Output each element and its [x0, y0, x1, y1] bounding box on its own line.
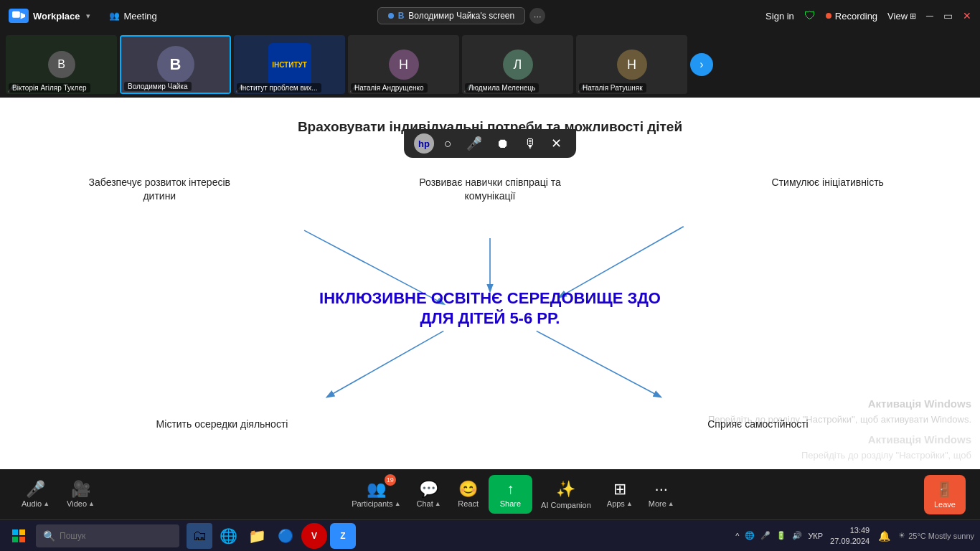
more-button[interactable]: ··· More ▲: [641, 477, 682, 512]
share-icon: ↑: [507, 481, 514, 497]
screen-share-bar: hp ○ 🎤 ⏺ 🎙 ✕: [404, 129, 576, 158]
apps-icon: ⊞: [613, 481, 626, 497]
search-icon: 🔍: [43, 530, 55, 542]
ss-mic-btn[interactable]: 🎤: [462, 134, 486, 153]
svg-line-6: [537, 331, 661, 397]
svg-line-5: [327, 331, 443, 397]
screen-share-tab[interactable]: B Володимир Чайка's screen: [377, 7, 526, 24]
meeting-area: 👥 Meeting: [109, 11, 157, 22]
svg-rect-9: [12, 537, 18, 542]
leave-icon: 🚪: [936, 481, 953, 498]
window-controls: ─ ▭ ✕: [926, 10, 971, 22]
top-bar-left: Workplace ▾ 👥 Meeting: [9, 9, 157, 23]
toolbar-center: 👥 19 Participants ▲ 💬 Chat ▲ 😊 React ↑ S…: [344, 475, 682, 514]
meeting-icon: 👥: [109, 11, 120, 21]
participant-thumb[interactable]: В Володимир Чайка: [120, 35, 231, 94]
tray-expand-arrow[interactable]: ^: [735, 532, 739, 540]
view-button[interactable]: View ⊞: [887, 11, 916, 22]
audio-button[interactable]: 🎤 Audio ▲: [14, 477, 57, 512]
taskbar-app-edge[interactable]: 🌐: [215, 523, 241, 549]
taskbar-app-vpn[interactable]: V: [301, 523, 327, 549]
mic-tray-icon: 🎤: [760, 531, 771, 540]
ss-circle-btn[interactable]: ○: [440, 135, 456, 153]
screen-tab-more-btn[interactable]: ···: [529, 8, 545, 24]
toolbar-left: 🎤 Audio ▲ 🎥 Video ▲: [14, 477, 102, 512]
zoom-logo: Workplace ▾: [9, 9, 90, 23]
participant-strip-next-button[interactable]: ›: [690, 53, 713, 76]
participants-button[interactable]: 👥 19 Participants ▲: [344, 477, 407, 512]
node-top-left: Забезпечує розвиток інтересів дитини: [88, 176, 231, 204]
svg-marker-1: [21, 13, 25, 19]
ai-icon: ✨: [556, 480, 575, 499]
taskbar-app-folder[interactable]: 📁: [244, 523, 270, 549]
screen-tab-initial: B: [398, 11, 405, 21]
participants-dropdown-arrow[interactable]: ▲: [395, 500, 401, 507]
app-dropdown-arrow[interactable]: ▾: [86, 11, 90, 21]
notification-icon: 🔔: [878, 530, 890, 542]
participant-name: Наталія Андрущенко: [351, 83, 428, 93]
node-bottom-right: Сприяє самостійності: [686, 418, 829, 432]
video-icon: 🎥: [71, 481, 90, 497]
taskbar-app-chrome[interactable]: 🔵: [273, 523, 298, 549]
audio-icon: 🎤: [26, 481, 45, 497]
share-button[interactable]: ↑ Share: [489, 475, 532, 514]
notification-button[interactable]: 🔔: [877, 529, 891, 543]
weather-icon: ☀: [898, 531, 905, 540]
taskbar-app-zoom[interactable]: Z: [330, 523, 356, 549]
taskbar: 🔍 🗂 🌐 📁 🔵 V Z ^ 🌐 🎤 🔋 🔊 УКР 13:49 27.09.…: [0, 519, 980, 551]
chat-icon: 💬: [419, 481, 438, 497]
recording-label: Recording: [835, 11, 877, 22]
top-bar: Workplace ▾ 👥 Meeting B Володимир Чайка'…: [0, 0, 980, 32]
participant-name: Вікторія Агіляр Туклер: [9, 83, 90, 93]
audio-dropdown-arrow[interactable]: ▲: [43, 500, 50, 507]
apps-dropdown-arrow[interactable]: ▲: [626, 500, 633, 507]
close-button[interactable]: ✕: [963, 10, 971, 22]
participant-strip: В 🎤 Вікторія Агіляр Туклер В Володимир Ч…: [0, 32, 980, 98]
battery-icon: 🔋: [776, 531, 786, 540]
video-button[interactable]: 🎥 Video ▲: [60, 477, 102, 512]
participants-icon: 👥: [367, 481, 386, 497]
sign-in-button[interactable]: Sign in: [765, 11, 794, 22]
participants-badge: 19: [385, 474, 396, 486]
react-button[interactable]: 😊 React: [450, 477, 487, 512]
participant-thumb[interactable]: В 🎤 Вікторія Агіляр Туклер: [6, 35, 117, 94]
minimize-button[interactable]: ─: [926, 10, 933, 22]
language-label: УКР: [808, 532, 823, 540]
participant-name: Інститут проблем вих...: [237, 83, 321, 93]
ss-mic2-btn[interactable]: 🎙: [519, 135, 541, 153]
maximize-button[interactable]: ▭: [943, 10, 953, 22]
clock[interactable]: 13:49 27.09.2024: [830, 525, 870, 546]
svg-line-4: [560, 227, 684, 297]
svg-rect-7: [12, 529, 18, 535]
hp-icon: hp: [414, 133, 434, 154]
participant-thumb[interactable]: Н 🎤 Наталія Ратушняк: [576, 35, 687, 94]
video-dropdown-arrow[interactable]: ▲: [88, 500, 95, 507]
taskbar-right: ^ 🌐 🎤 🔋 🔊 УКР 13:49 27.09.2024 🔔 ☀ 25°C …: [735, 525, 974, 546]
taskbar-app-file-explorer[interactable]: 🗂: [187, 523, 212, 549]
meeting-label: Meeting: [124, 11, 157, 22]
taskbar-pinned-apps: 🗂 🌐 📁 🔵 V Z: [187, 523, 356, 549]
search-input[interactable]: [60, 531, 160, 541]
more-icon: ···: [655, 481, 668, 497]
start-button[interactable]: [6, 523, 32, 549]
view-icon: ⊞: [910, 11, 916, 21]
center-concept: ІНКЛЮЗИВНЕ ОСВІТНЄ СЕРЕДОВИЩЕ ЗДО ДЛЯ ДІ…: [319, 288, 661, 328]
ai-companion-button[interactable]: ✨ AI Companion: [534, 476, 598, 514]
app-name: Workplace: [33, 11, 80, 22]
node-top-center: Розвиває навички співпраці та комунікаці…: [418, 176, 562, 204]
chat-dropdown-arrow[interactable]: ▲: [435, 500, 441, 507]
more-dropdown-arrow[interactable]: ▲: [668, 500, 674, 507]
chat-button[interactable]: 💬 Chat ▲: [410, 477, 448, 512]
recording-area: Recording: [826, 11, 877, 22]
svg-rect-10: [19, 537, 25, 542]
ss-record-btn[interactable]: ⏺: [492, 135, 514, 153]
apps-button[interactable]: ⊞ Apps ▲: [600, 477, 640, 512]
participant-thumb[interactable]: ІНСТИТУТ 🎤 Інститут проблем вих...: [234, 35, 345, 94]
participant-thumb[interactable]: Н 🎤 Наталія Андрущенко: [348, 35, 459, 94]
ss-close-btn[interactable]: ✕: [547, 134, 566, 153]
taskbar-search-box[interactable]: 🔍: [36, 524, 179, 547]
node-top-right: Стимулює ініціативність: [763, 176, 892, 190]
leave-button[interactable]: 🚪 Leave: [924, 475, 966, 514]
participant-thumb[interactable]: Л 🎤 Людмила Меленець: [462, 35, 573, 94]
screen-tab-label: Володимир Чайка's screen: [408, 11, 514, 21]
